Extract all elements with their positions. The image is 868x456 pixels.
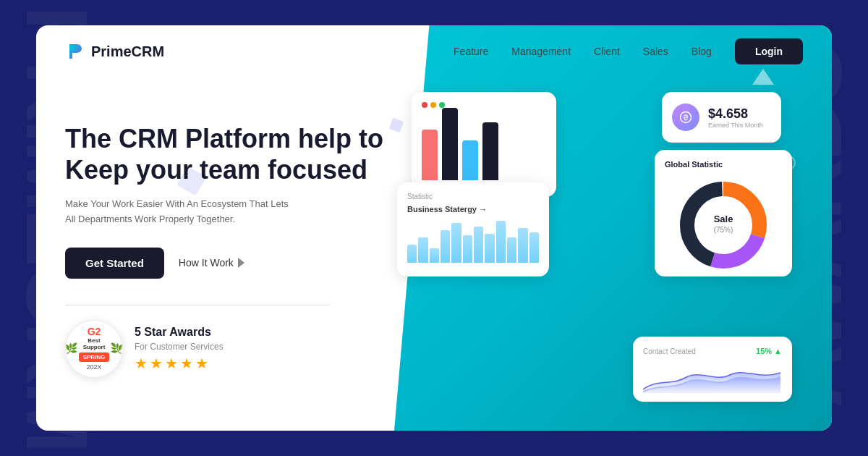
how-it-works-button[interactable]: How It Work xyxy=(179,257,244,269)
year-text: 202X xyxy=(86,363,101,371)
line-chart-mini xyxy=(407,219,539,263)
card-dots xyxy=(422,102,546,108)
star-1: ★ xyxy=(135,355,148,372)
dot-green xyxy=(439,102,445,108)
stars: ★ ★ ★ ★ ★ xyxy=(135,355,224,372)
svg-text:Sale: Sale xyxy=(714,214,733,224)
statistic-card: Statistic Business Statergy → xyxy=(397,182,549,276)
button-group: Get Started How It Work xyxy=(65,248,397,279)
award-title: 5 Star Awards xyxy=(135,326,224,339)
award-info: 5 Star Awards For Customer Services ★ ★ … xyxy=(135,326,224,372)
award-section: 🌿 G2 Best Support SPRING 202X 🌿 5 Star A… xyxy=(65,320,397,378)
nav-links: Feature Management Client Sales Blog Log… xyxy=(454,38,803,64)
donut-card: Global Statistic xyxy=(655,150,792,276)
nav-management[interactable]: Management xyxy=(511,46,571,57)
svg-text:(75%): (75%) xyxy=(714,226,733,234)
stat-subtitle: Business Statergy → xyxy=(407,205,539,214)
content-area: The CRM Platform help to Keep your team … xyxy=(36,77,832,431)
donut-chart: Sale (75%) xyxy=(673,174,774,269)
earned-label: Earned This Month xyxy=(708,122,763,129)
nav-blog[interactable]: Blog xyxy=(692,46,712,57)
divider xyxy=(65,305,331,305)
navbar: PrimeCRM Feature Management Client Sales… xyxy=(36,25,832,77)
arrow-icon xyxy=(238,258,244,268)
g2-label: G2 xyxy=(88,326,101,337)
star-3: ★ xyxy=(165,355,178,372)
bar-2 xyxy=(442,108,458,180)
right-section: $4.658 Earned This Month Statistic Busin… xyxy=(397,77,803,416)
nav-feature[interactable]: Feature xyxy=(454,46,488,57)
wave-chart xyxy=(643,364,780,393)
star-2: ★ xyxy=(150,355,163,372)
hero-title: The CRM Platform help to Keep your team … xyxy=(65,123,397,185)
svg-point-0 xyxy=(70,46,75,51)
stat-title: Statistic xyxy=(407,193,539,200)
hero-subtitle: Make Your Work Easier With An Ecosystem … xyxy=(65,197,297,227)
main-card: PrimeCRM Feature Management Client Sales… xyxy=(36,25,832,431)
logo: PrimeCRM xyxy=(65,41,164,62)
login-button[interactable]: Login xyxy=(735,38,803,64)
earned-icon xyxy=(672,104,699,131)
get-started-button[interactable]: Get Started xyxy=(65,248,164,279)
contact-percent: 15% ▲ xyxy=(756,347,782,355)
outer-background: PRIMECRM AWARDS xyxy=(0,0,868,456)
donut-wrapper: Sale (75%) xyxy=(665,174,782,269)
bar-chart-card xyxy=(412,92,556,197)
spring-badge: SPRING xyxy=(79,352,110,362)
dot-yellow xyxy=(430,102,436,108)
logo-icon xyxy=(65,41,85,62)
contact-title: Contact Created xyxy=(643,347,696,355)
nav-client[interactable]: Client xyxy=(594,46,620,57)
earned-card: $4.658 Earned This Month xyxy=(662,92,781,143)
award-subtitle: For Customer Services xyxy=(135,342,224,352)
star-5: ★ xyxy=(195,355,208,372)
left-section: The CRM Platform help to Keep your team … xyxy=(65,77,397,416)
cards-container: $4.658 Earned This Month Statistic Busin… xyxy=(397,77,803,416)
bar-1 xyxy=(422,130,438,180)
logo-text: PrimeCRM xyxy=(91,43,164,60)
award-badge: 🌿 G2 Best Support SPRING 202X 🌿 xyxy=(65,320,123,378)
donut-title: Global Statistic xyxy=(665,160,782,169)
bar-4 xyxy=(482,122,498,180)
bar-chart-bars xyxy=(422,115,546,180)
contact-card: Contact Created 15% ▲ xyxy=(633,337,792,402)
dot-red xyxy=(422,102,427,108)
earned-amount: $4.658 xyxy=(708,106,763,122)
star-4: ★ xyxy=(180,355,193,372)
nav-sales[interactable]: Sales xyxy=(643,46,668,57)
best-support-text: Best Support xyxy=(79,337,110,351)
bar-3 xyxy=(462,140,478,180)
